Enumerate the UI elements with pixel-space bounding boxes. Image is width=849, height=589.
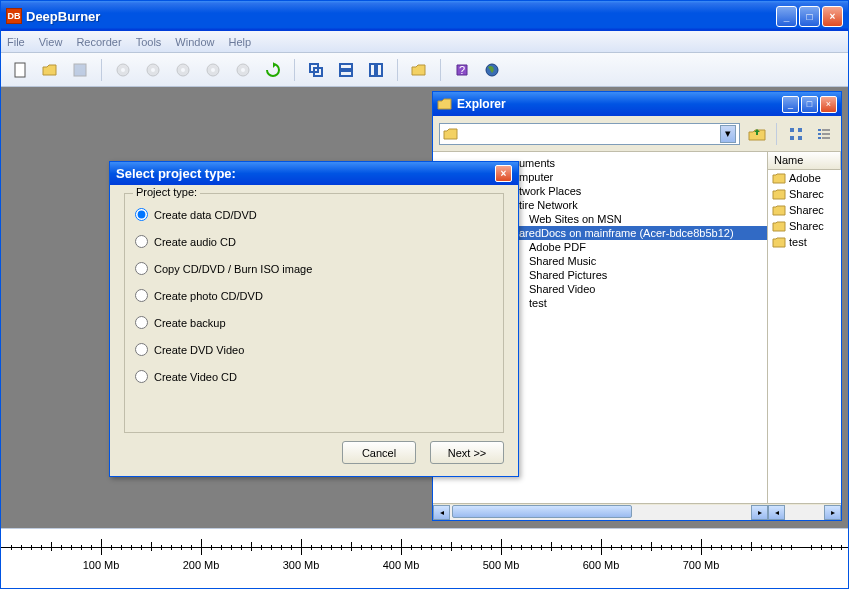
- list-item[interactable]: Sharec: [768, 186, 841, 202]
- radio-input[interactable]: [135, 370, 148, 383]
- list-item[interactable]: Sharec: [768, 218, 841, 234]
- svg-rect-28: [818, 137, 821, 139]
- project-type-option[interactable]: Create audio CD: [135, 235, 493, 248]
- option-label: Create Video CD: [154, 371, 237, 383]
- next-button[interactable]: Next >>: [430, 441, 504, 464]
- item-label: Sharec: [789, 220, 824, 232]
- ruler-tick-label: 600 Mb: [583, 559, 620, 571]
- menu-tools[interactable]: Tools: [136, 36, 162, 48]
- svg-point-3: [121, 68, 125, 72]
- folder-icon: [772, 188, 786, 200]
- item-label: Sharec: [789, 188, 824, 200]
- folder-icon: [772, 172, 786, 184]
- svg-point-7: [181, 68, 185, 72]
- explorer-maximize-button[interactable]: □: [801, 96, 818, 113]
- minimize-button[interactable]: _: [776, 6, 797, 27]
- project-type-option[interactable]: Create DVD Video: [135, 343, 493, 356]
- list-item[interactable]: Adobe: [768, 170, 841, 186]
- svg-rect-1: [74, 64, 86, 76]
- address-combo[interactable]: ▾: [439, 123, 740, 145]
- svg-rect-27: [822, 133, 830, 135]
- ruler-tick-label: 700 Mb: [683, 559, 720, 571]
- ruler-tick-label: 400 Mb: [383, 559, 420, 571]
- radio-input[interactable]: [135, 262, 148, 275]
- menu-window[interactable]: Window: [175, 36, 214, 48]
- save-icon[interactable]: [69, 59, 91, 81]
- refresh-icon[interactable]: [262, 59, 284, 81]
- view-icons-icon[interactable]: [785, 123, 807, 145]
- file-list[interactable]: Name AdobeSharecSharecSharectest: [768, 152, 841, 503]
- project-type-option[interactable]: Create Video CD: [135, 370, 493, 383]
- view-list-icon[interactable]: [813, 123, 835, 145]
- folder-icon: [443, 127, 459, 141]
- disc4-icon[interactable]: [202, 59, 224, 81]
- menu-recorder[interactable]: Recorder: [76, 36, 121, 48]
- menu-view[interactable]: View: [39, 36, 63, 48]
- project-type-group: Project type: Create data CD/DVDCreate a…: [124, 193, 504, 433]
- workspace: Explorer _ □ × ▾ umentsmputertwork Place…: [1, 87, 848, 528]
- svg-rect-21: [798, 128, 802, 132]
- close-button[interactable]: ×: [822, 6, 843, 27]
- column-name[interactable]: Name: [768, 152, 841, 169]
- web-icon[interactable]: [481, 59, 503, 81]
- explorer-icon[interactable]: [408, 59, 430, 81]
- tile-h-icon[interactable]: [335, 59, 357, 81]
- dialog-close-button[interactable]: ×: [495, 165, 512, 182]
- list-item[interactable]: Sharec: [768, 202, 841, 218]
- dialog-titlebar: Select project type: ×: [110, 162, 518, 185]
- list-header[interactable]: Name: [768, 152, 841, 170]
- scroll-right-icon[interactable]: ▸: [824, 505, 841, 520]
- help-icon[interactable]: ?: [451, 59, 473, 81]
- ruler-tick-label: 500 Mb: [483, 559, 520, 571]
- disc1-icon[interactable]: [112, 59, 134, 81]
- menubar: File View Recorder Tools Window Help: [1, 31, 848, 53]
- tile-v-icon[interactable]: [365, 59, 387, 81]
- radio-input[interactable]: [135, 235, 148, 248]
- new-icon[interactable]: [9, 59, 31, 81]
- svg-rect-29: [822, 137, 830, 139]
- project-type-option[interactable]: Copy CD/DVD / Burn ISO image: [135, 262, 493, 275]
- svg-rect-0: [15, 63, 25, 77]
- group-legend: Project type:: [133, 186, 200, 198]
- project-type-option[interactable]: Create photo CD/DVD: [135, 289, 493, 302]
- svg-rect-15: [340, 71, 352, 76]
- svg-rect-17: [377, 64, 382, 76]
- scroll-left-icon[interactable]: ◂: [433, 505, 450, 520]
- folder-icon: [437, 96, 453, 112]
- option-label: Copy CD/DVD / Burn ISO image: [154, 263, 312, 275]
- radio-input[interactable]: [135, 289, 148, 302]
- project-type-option[interactable]: Create data CD/DVD: [135, 208, 493, 221]
- cancel-button[interactable]: Cancel: [342, 441, 416, 464]
- open-icon[interactable]: [39, 59, 61, 81]
- radio-input[interactable]: [135, 343, 148, 356]
- ruler-tick-label: 200 Mb: [183, 559, 220, 571]
- list-scrollbar-h[interactable]: ◂ ▸: [768, 503, 841, 520]
- project-type-option[interactable]: Create backup: [135, 316, 493, 329]
- up-folder-icon[interactable]: [746, 123, 768, 145]
- menu-help[interactable]: Help: [228, 36, 251, 48]
- ruler-tick-label: 300 Mb: [283, 559, 320, 571]
- menu-file[interactable]: File: [7, 36, 25, 48]
- scroll-right-icon[interactable]: ▸: [751, 505, 768, 520]
- radio-input[interactable]: [135, 316, 148, 329]
- disc5-icon[interactable]: [232, 59, 254, 81]
- explorer-close-button[interactable]: ×: [820, 96, 837, 113]
- tree-scrollbar-h[interactable]: ◂ ▸: [433, 503, 768, 520]
- list-item[interactable]: test: [768, 234, 841, 250]
- scroll-left-icon[interactable]: ◂: [768, 505, 785, 520]
- project-type-dialog: Select project type: × Project type: Cre…: [109, 161, 519, 477]
- option-label: Create audio CD: [154, 236, 236, 248]
- maximize-button[interactable]: □: [799, 6, 820, 27]
- option-label: Create photo CD/DVD: [154, 290, 263, 302]
- radio-input[interactable]: [135, 208, 148, 221]
- item-label: Adobe: [789, 172, 821, 184]
- explorer-minimize-button[interactable]: _: [782, 96, 799, 113]
- cascade-icon[interactable]: [305, 59, 327, 81]
- chevron-down-icon[interactable]: ▾: [720, 125, 736, 143]
- svg-rect-23: [798, 136, 802, 140]
- svg-rect-14: [340, 64, 352, 69]
- disc3-icon[interactable]: [172, 59, 194, 81]
- option-label: Create backup: [154, 317, 226, 329]
- disc2-icon[interactable]: [142, 59, 164, 81]
- titlebar: DB DeepBurner _ □ ×: [1, 1, 848, 31]
